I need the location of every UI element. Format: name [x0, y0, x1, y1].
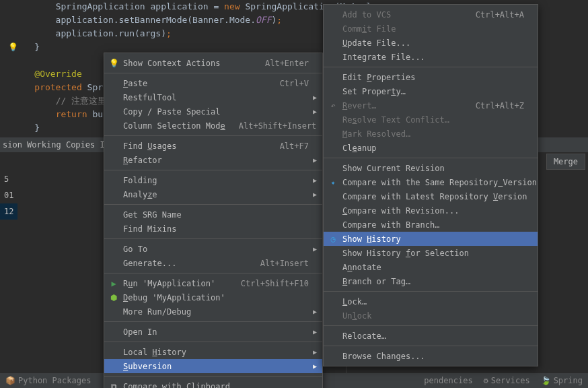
menu-item[interactable]: Lock… [324, 294, 538, 309]
menu-item-label: Open In [123, 327, 309, 337]
menu-separator [104, 376, 322, 377]
menu-item[interactable]: PasteCtrl+V [104, 76, 322, 90]
menu-item[interactable]: RestfulTool▶ [104, 90, 322, 104]
menu-item[interactable]: Generate...Alt+Insert [104, 256, 322, 270]
menu-item[interactable]: Go To▶ [104, 242, 322, 256]
menu-item-label: Column Selection Mode [123, 121, 225, 131]
menu-item-label: Compare with the Same Repository Version [342, 178, 537, 187]
menu-item[interactable]: Edit Properties [324, 70, 538, 84]
menu-item[interactable]: Relocate… [324, 329, 538, 343]
menu-item[interactable]: ⬢Debug 'MyApplication' [104, 290, 322, 304]
editor-context-menu[interactable]: 💡Show Context ActionsAlt+EnterPasteCtrl+… [104, 53, 323, 388]
menu-item[interactable]: ▶Run 'MyApplication'Ctrl+Shift+F10 [104, 276, 322, 290]
menu-item[interactable]: ✦Compare with the Same Repository Versio… [324, 175, 538, 189]
menu-item[interactable]: 💡Show Context ActionsAlt+Enter [104, 56, 322, 70]
menu-item-label: Compare with Clipboard [123, 382, 309, 389]
menu-item[interactable]: Column Selection ModeAlt+Shift+Insert [104, 119, 322, 133]
menu-item-label: Refactor [123, 156, 309, 165]
menu-separator [324, 346, 538, 346]
menu-item-label: More Run/Debug [123, 307, 309, 317]
submenu-arrow-icon: ▶ [313, 308, 317, 315]
run-icon: ▶ [108, 279, 119, 288]
menu-item[interactable]: Compare with Latest Repository Version [324, 189, 538, 203]
menu-shortcut: Ctrl+V [280, 79, 309, 88]
revision-list[interactable]: 5 01 12 [0, 171, 17, 220]
menu-item[interactable]: Integrate File... [324, 50, 538, 64]
menu-item[interactable]: Compare with Branch… [324, 218, 538, 232]
menu-item[interactable]: Cleanup [324, 141, 538, 155]
status-services[interactable]: ⚙ Services [484, 376, 530, 385]
menu-item[interactable]: More Run/Debug▶ [104, 304, 322, 319]
menu-shortcut: Alt+Enter [265, 59, 309, 68]
compare-icon: ⧉ [108, 382, 119, 389]
menu-item[interactable]: Show Current Revision [324, 161, 538, 175]
menu-item[interactable]: Find UsagesAlt+F7 [104, 139, 322, 153]
status-dependencies[interactable]: pendencies [424, 376, 472, 385]
menu-shortcut: Alt+Insert [260, 259, 309, 268]
menu-item-label: Update File... [342, 38, 524, 48]
submenu-arrow-icon: ▶ [313, 362, 317, 370]
revision-row[interactable]: 01 [0, 187, 17, 203]
revision-row[interactable]: 12 [0, 203, 17, 220]
status-python-packages[interactable]: 📦 Python Packages [5, 376, 91, 385]
subversion-submenu[interactable]: Add to VCSCtrl+Alt+ACommit FileUpdate Fi… [323, 4, 538, 366]
menu-item[interactable]: Analyze▶ [104, 187, 322, 201]
menu-item: ↶Revert…Ctrl+Alt+Z [324, 98, 538, 112]
submenu-arrow-icon: ▶ [313, 94, 317, 101]
menu-item[interactable]: Refactor▶ [104, 153, 322, 167]
menu-item[interactable]: ⧉Compare with Clipboard [104, 379, 322, 388]
menu-item[interactable]: Branch or Tag… [324, 274, 538, 288]
menu-item[interactable]: Annotate [324, 260, 538, 274]
menu-item-label: Compare with Latest Repository Version [342, 192, 527, 201]
menu-item[interactable]: Browse Changes... [324, 349, 538, 363]
menu-separator [104, 273, 322, 273]
menu-item[interactable]: Copy / Paste Special▶ [104, 104, 322, 119]
menu-shortcut: Alt+Shift+Insert [239, 121, 317, 131]
revision-row[interactable]: 5 [0, 171, 17, 187]
menu-item[interactable]: Get SRG Name [104, 207, 322, 222]
merge-button[interactable]: Merge [546, 154, 585, 170]
menu-item-label: Compare with Revision... [342, 206, 524, 216]
menu-item-label: Unlock [342, 311, 524, 321]
menu-item-label: Cleanup [342, 143, 524, 153]
submenu-arrow-icon: ▶ [313, 108, 317, 115]
menu-item-label: Show Context Actions [123, 59, 252, 68]
menu-item-label: Analyze [123, 190, 309, 199]
submenu-arrow-icon: ▶ [313, 245, 317, 253]
menu-item-label: Commit File [342, 24, 524, 34]
menu-item[interactable]: Open In▶ [104, 325, 322, 339]
menu-item-label: Set Property… [342, 87, 524, 96]
menu-item[interactable]: Find Mixins [104, 222, 322, 236]
menu-separator [104, 73, 322, 73]
menu-item[interactable]: Update File... [324, 36, 538, 50]
menu-item[interactable]: Set Property… [324, 84, 538, 98]
status-spring[interactable]: 🍃 Spring [541, 376, 583, 385]
menu-item-label: Add to VCS [342, 10, 462, 20]
menu-separator [324, 291, 538, 292]
menu-item[interactable]: Folding▶ [104, 173, 322, 187]
menu-item-label: Resolve Text Conflict… [342, 115, 524, 125]
menu-item[interactable]: Local History▶ [104, 345, 322, 359]
menu-item[interactable]: Show History for Selection [324, 246, 538, 260]
menu-item-label: Folding [123, 176, 309, 185]
menu-separator [324, 325, 538, 326]
menu-item-label: Show History for Selection [342, 249, 524, 258]
menu-item: Add to VCSCtrl+Alt+A [324, 7, 538, 22]
menu-item[interactable]: Compare with Revision... [324, 203, 538, 218]
menu-shortcut: Ctrl+Alt+A [476, 10, 524, 20]
compare-icon: ✦ [328, 178, 338, 187]
menu-separator [104, 342, 322, 342]
submenu-arrow-icon: ▶ [313, 348, 317, 356]
menu-shortcut: Ctrl+Alt+Z [476, 101, 524, 110]
menu-item-label: Mark Resolved… [342, 129, 524, 139]
menu-shortcut: Alt+F7 [280, 141, 309, 151]
revert-icon: ↶ [328, 101, 338, 110]
menu-separator [324, 67, 538, 67]
menu-item-label: Debug 'MyApplication' [123, 293, 309, 302]
menu-item-label: Generate... [123, 259, 247, 268]
menu-item[interactable]: Subversion▶ [104, 359, 322, 373]
intention-bulb-icon[interactable]: 💡 [8, 42, 18, 52]
menu-item[interactable]: ◷Show History [324, 232, 538, 246]
menu-item-label: Subversion [123, 362, 309, 371]
bulb-icon: 💡 [108, 59, 119, 68]
